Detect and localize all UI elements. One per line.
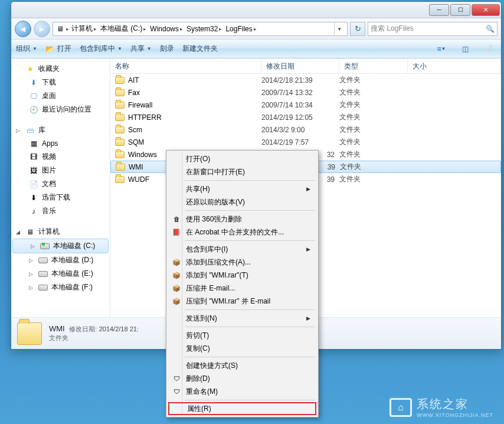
- context-menu-item[interactable]: 还原以前的版本(V): [168, 195, 316, 208]
- sidebar-favorites[interactable]: ★收藏夹: [11, 62, 110, 76]
- table-row[interactable]: SQM2014/2/19 7:57文件夹: [110, 136, 501, 148]
- context-menu-item[interactable]: 📦添加到 "WMI.rar"(T): [168, 269, 316, 282]
- sidebar-libraries[interactable]: ▷🗃库: [11, 123, 110, 137]
- col-name[interactable]: 名称: [110, 58, 261, 73]
- close-button[interactable]: ✕: [472, 4, 500, 16]
- context-menu-item[interactable]: 📦添加到压缩文件(A)...: [168, 256, 316, 269]
- folder-icon: [116, 164, 125, 171]
- context-menu-item[interactable]: 🛡删除(D): [168, 372, 316, 385]
- table-row[interactable]: HTTPERR2014/2/19 12:05文件夹: [110, 111, 501, 123]
- context-menu-item[interactable]: 复制(C): [168, 342, 316, 355]
- context-menu-item[interactable]: 📦压缩并 E-mail...: [168, 282, 316, 295]
- context-menu-item[interactable]: 📕在 Acrobat 中合并支持的文件...: [168, 226, 316, 239]
- refresh-button[interactable]: ↻: [350, 22, 365, 36]
- file-date: 2014/3/2 9:00: [261, 126, 339, 134]
- file-type: 文件夹: [339, 87, 408, 97]
- context-menu-item[interactable]: 在新窗口中打开(E): [168, 165, 316, 178]
- breadcrumb-item[interactable]: LogFiles▸: [224, 25, 257, 33]
- desktop-icon: 🖵: [29, 92, 38, 101]
- context-menu-item[interactable]: 剪切(T): [168, 329, 316, 342]
- search-input[interactable]: 搜索 LogFiles 🔍: [368, 22, 498, 36]
- context-menu: 打开(O)在新窗口中打开(E)共享(H)▶还原以前的版本(V)🗑使用 360强力…: [166, 150, 319, 418]
- breadcrumb-item[interactable]: System32▸: [185, 25, 223, 33]
- video-icon: 🎞: [29, 152, 38, 162]
- folder-icon: [115, 77, 125, 84]
- table-row[interactable]: Firewall2009/7/14 10:34文件夹: [110, 99, 501, 111]
- menu-item-label: 共享(H): [186, 184, 210, 194]
- col-size[interactable]: 大小: [408, 58, 501, 73]
- help-button[interactable]: ❔: [481, 43, 496, 56]
- context-menu-item[interactable]: 📦压缩到 "WMI.rar" 并 E-mail: [168, 295, 316, 308]
- organize-button[interactable]: 组织▼: [16, 44, 37, 54]
- watermark-url: WWW.XITONGZHIJIA.NET: [417, 412, 493, 418]
- context-menu-item[interactable]: 发送到(N)▶: [168, 312, 316, 325]
- sidebar-item-drive-f[interactable]: ▷本地磁盘 (F:): [11, 281, 110, 294]
- preview-pane-button[interactable]: ◫: [457, 43, 473, 56]
- include-button[interactable]: 包含到库中▼: [80, 44, 122, 54]
- context-menu-item[interactable]: 属性(R): [168, 402, 316, 415]
- file-name: AIT: [128, 76, 139, 84]
- sidebar-item-xunlei[interactable]: ⬇迅雷下载: [11, 191, 110, 204]
- folder-icon: [115, 114, 125, 121]
- minimize-button[interactable]: ─: [429, 4, 449, 16]
- file-type: 文件夹: [339, 149, 408, 159]
- file-date: 2009/7/14 13:32: [261, 89, 339, 97]
- sidebar-item-desktop[interactable]: 🖵桌面: [11, 89, 110, 103]
- share-button[interactable]: 共享▼: [130, 44, 152, 54]
- sidebar-item-drive-d[interactable]: ▷本地磁盘 (D:): [11, 253, 110, 267]
- drive-icon: [38, 271, 48, 277]
- drive-icon: [38, 285, 48, 291]
- breadcrumb[interactable]: 🖥 ▸ 计算机▸ 本地磁盘 (C:)▸ Windows▸ System32▸ L…: [53, 22, 348, 36]
- sidebar-item-documents[interactable]: 📄文档: [11, 177, 110, 191]
- breadcrumb-item[interactable]: Windows▸: [149, 25, 184, 33]
- watermark: ⌂ 系统之家 WWW.XITONGZHIJIA.NET: [390, 396, 493, 418]
- menu-item-label: 创建快捷方式(S): [186, 361, 238, 371]
- sidebar-computer[interactable]: ◢🖥计算机: [11, 225, 110, 239]
- star-icon: ★: [25, 64, 35, 74]
- menu-item-label: 添加到压缩文件(A)...: [186, 257, 251, 268]
- file-type: 文件夹: [339, 174, 408, 184]
- sidebar-item-downloads[interactable]: ⬇下载: [11, 76, 110, 89]
- context-menu-item[interactable]: 打开(O): [168, 152, 316, 165]
- context-menu-item[interactable]: 创建快捷方式(S): [168, 359, 316, 372]
- sidebar-item-drive-e[interactable]: ▷本地磁盘 (E:): [11, 267, 110, 281]
- computer-icon: 🖥: [55, 24, 65, 34]
- table-row[interactable]: AIT2014/2/18 21:39文件夹: [110, 74, 501, 86]
- menu-item-label: 剪切(T): [186, 331, 209, 341]
- sidebar-item-video[interactable]: 🎞视频: [11, 150, 110, 164]
- file-date: 2014/2/18 21:39: [261, 76, 339, 84]
- context-menu-item[interactable]: 共享(H)▶: [168, 182, 316, 195]
- col-type[interactable]: 类型: [339, 58, 408, 73]
- newfolder-button[interactable]: 新建文件夹: [182, 44, 218, 54]
- menu-item-label: 压缩到 "WMI.rar" 并 E-mail: [186, 296, 270, 306]
- breadcrumb-dropdown[interactable]: ▾: [334, 22, 345, 35]
- menu-item-label: 复制(C): [186, 344, 210, 354]
- submenu-arrow-icon: ▶: [306, 315, 310, 321]
- file-name: Windows: [128, 151, 157, 159]
- sidebar-item-music[interactable]: ♪音乐: [11, 204, 110, 218]
- burn-button[interactable]: 刻录: [160, 44, 174, 54]
- nav-forward-button[interactable]: ►: [34, 21, 50, 37]
- submenu-arrow-icon: ▶: [306, 186, 310, 192]
- breadcrumb-item[interactable]: 计算机▸: [70, 24, 98, 34]
- file-name: Scm: [128, 126, 142, 134]
- sidebar-item-recent[interactable]: 🕘最近访问的位置: [11, 103, 110, 116]
- nav-back-button[interactable]: ◄: [15, 21, 31, 37]
- context-menu-item[interactable]: 🗑使用 360强力删除: [168, 213, 316, 226]
- table-row[interactable]: Fax2009/7/14 13:32文件夹: [110, 86, 501, 99]
- recent-icon: 🕘: [29, 105, 38, 115]
- breadcrumb-item[interactable]: 本地磁盘 (C:)▸: [99, 24, 148, 34]
- col-date[interactable]: 修改日期: [261, 58, 339, 73]
- table-row[interactable]: Scm2014/3/2 9:00文件夹: [110, 123, 501, 136]
- view-button[interactable]: ≡ ▼: [434, 43, 449, 56]
- context-menu-item[interactable]: 包含到库中(I)▶: [168, 243, 316, 256]
- library-icon: 🗃: [25, 126, 35, 135]
- sidebar-item-pictures[interactable]: 🖼图片: [11, 164, 110, 177]
- menu-item-label: 发送到(N): [186, 314, 217, 324]
- maximize-button[interactable]: ☐: [450, 4, 470, 16]
- context-menu-item[interactable]: 🛡重命名(M): [168, 385, 316, 398]
- download-icon: ⬇: [29, 78, 38, 87]
- sidebar-item-drive-c[interactable]: ▷本地磁盘 (C:): [12, 239, 109, 253]
- sidebar-item-apps[interactable]: ▦Apps: [11, 137, 110, 150]
- open-button[interactable]: 📂打开: [45, 44, 71, 54]
